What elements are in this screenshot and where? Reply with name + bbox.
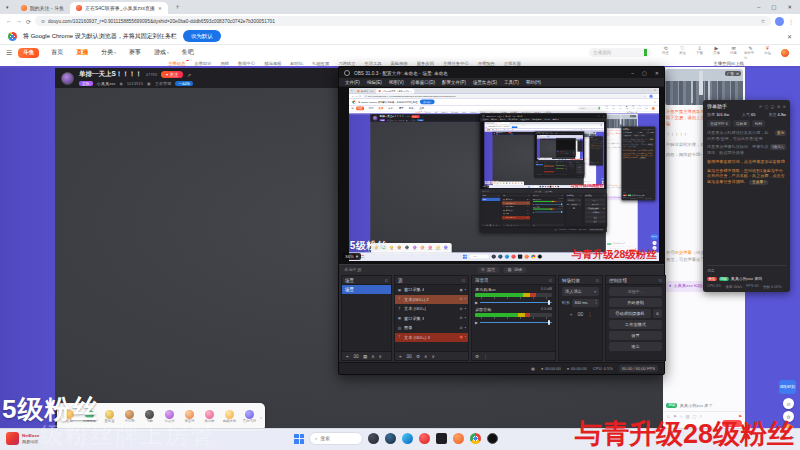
new-tab-button[interactable]: ＋ xyxy=(174,2,181,12)
virtual-camera-button[interactable]: 启动虚拟摄像机 xyxy=(609,309,651,318)
obs-preview-area[interactable]: ▾ 我的关注 - 斗鱼 正在S4C联赛事_小臭臭zxx直播 ✕ ＋ – ▢ ✕ … xyxy=(535,135,584,161)
nav-live-active[interactable]: 直播 xyxy=(496,129,498,130)
chat-top-ad[interactable]: 广告✕ xyxy=(584,132,596,137)
subnav-item[interactable]: 刀塔防卫 xyxy=(480,111,487,113)
go-live-link[interactable]: ▶开播 xyxy=(591,128,593,130)
source-row[interactable]: T文本 (GDI+)⊘▪ xyxy=(560,152,564,153)
stream-category[interactable]: 王者荣耀 xyxy=(155,81,172,86)
virtual-camera-gear-icon[interactable]: ⚙ xyxy=(575,152,576,153)
mixer-kebab-icon[interactable]: ⋮ xyxy=(536,224,538,226)
tray-chevron-icon[interactable]: ∧ xyxy=(648,255,649,257)
popout-icon[interactable]: ▢ xyxy=(645,128,646,130)
highlight-clip-button[interactable]: 精彩时刻 xyxy=(601,178,604,180)
gift-item[interactable]: 红包 xyxy=(372,246,379,251)
filters-button[interactable]: ▦滤镜 xyxy=(544,190,553,192)
subnav-item[interactable]: 开播预告 xyxy=(534,111,541,113)
subnav-item[interactable]: 正版客服 xyxy=(560,131,563,132)
fan-welcome-button[interactable]: 欢迎 xyxy=(593,164,595,165)
ad-close-icon[interactable]: ✕ xyxy=(634,115,635,117)
obs-app-icon[interactable] xyxy=(487,433,498,444)
nav-yuba[interactable]: 鱼吧 xyxy=(419,106,424,109)
activity-redpacket-icon[interactable] xyxy=(582,159,583,160)
gift-item[interactable]: 红包 xyxy=(493,182,496,184)
reload-icon[interactable]: ⟳ xyxy=(488,124,489,125)
nav-games[interactable]: 游戏▾ xyxy=(507,129,509,130)
virtual-camera-gear-icon[interactable]: ⚙ xyxy=(602,207,605,210)
gift-item[interactable]: 荧光棒 xyxy=(427,246,434,251)
gift-item[interactable]: 飞吻 xyxy=(545,158,546,159)
nav-games[interactable]: 游戏▾ xyxy=(409,106,415,109)
star-icon[interactable]: ☆ xyxy=(586,183,587,184)
highlight-clip-button[interactable]: 精彩时刻 xyxy=(779,380,796,394)
preview-zoom-chip[interactable]: 36%▾ xyxy=(536,159,539,160)
studio-mode-button[interactable]: 工作室模式 xyxy=(585,211,606,214)
add-source-icon[interactable]: ＋ xyxy=(398,354,403,359)
subnav-item[interactable]: 服务房间 xyxy=(547,131,550,132)
follow-link[interactable]: ♡关注 xyxy=(586,128,588,130)
firefox-icon[interactable] xyxy=(552,186,554,188)
nav-home[interactable]: 首页 xyxy=(51,48,63,57)
browser-tab-1[interactable]: 我的关注 - 斗鱼 xyxy=(537,135,540,136)
gear-icon[interactable]: ⚙ xyxy=(777,104,780,109)
remove-source-icon[interactable]: ⌧ xyxy=(545,174,546,175)
visibility-eye-icon[interactable]: ◉ xyxy=(527,217,528,219)
speaker-icon[interactable]: ▶ xyxy=(533,203,534,205)
dock-popout-icon[interactable]: ⊡ xyxy=(562,195,563,197)
obs-preview-area[interactable]: 36%▾ xyxy=(556,140,575,150)
gift-more-icon[interactable]: › xyxy=(260,414,262,420)
streaming-connecting-button[interactable]: 连接中... xyxy=(572,151,575,152)
browser-menu-kebab-icon[interactable]: ⋮ xyxy=(603,124,604,125)
recharge-link[interactable]: ¥充值 xyxy=(599,128,601,130)
nav-yuba[interactable]: 鱼吧 xyxy=(512,129,514,130)
obs-title-bar[interactable]: OBS 31.0.3 - 配置文件: 未命名 - 场景: 未命名 – ▢ ✕ xyxy=(480,114,606,118)
chrome-icon[interactable] xyxy=(470,433,481,444)
set-default-button[interactable]: 设为默认 xyxy=(183,30,221,42)
advanced-audio-icon[interactable]: ⚙ xyxy=(533,224,535,226)
subnav-item[interactable]: 生活工具 xyxy=(539,131,542,132)
streamer-avatar[interactable] xyxy=(61,72,74,85)
creator-center-link[interactable]: ✎创作中心 xyxy=(744,45,757,60)
source-row[interactable]: ▣窗口采集 4◉▪ xyxy=(395,285,468,295)
settings-circle-button[interactable]: ⚙ xyxy=(602,183,604,185)
reload-icon[interactable]: ⟳ xyxy=(26,18,31,25)
advanced-audio-icon[interactable]: ⚙ xyxy=(475,354,479,359)
menu-profile[interactable]: 配置文件(P) xyxy=(442,80,466,85)
site-search-input[interactable]: 主播房间 ⌕ xyxy=(589,48,651,57)
netease-music-icon[interactable] xyxy=(561,159,562,160)
scene-grid-icon[interactable]: ▦ xyxy=(490,224,492,226)
chat-top-ad[interactable]: 广告✕ xyxy=(607,115,637,129)
helper-tab[interactable]: 钻粉 xyxy=(752,120,765,127)
menu-view[interactable]: 视图(V) xyxy=(500,119,506,121)
start-recording-button[interactable]: 开始录制 xyxy=(609,298,662,307)
source-row[interactable]: T文本 (GDI+)⊘▪ xyxy=(395,304,468,314)
share-icon[interactable]: ⇗ xyxy=(422,116,424,118)
nav-games[interactable]: 游戏▾ xyxy=(154,48,169,57)
stream-tag[interactable]: 一起玩 xyxy=(511,134,514,135)
gift-item[interactable]: 至尊宝 xyxy=(499,182,502,184)
highlight-clip-button[interactable]: 精彩时刻 xyxy=(582,156,583,157)
messages-link[interactable]: ✉消息 xyxy=(593,128,595,130)
source-row[interactable]: T文本(GDI+) 2⊘▪ xyxy=(395,295,468,305)
popout-icon[interactable]: ▢ xyxy=(599,137,600,138)
properties-button[interactable]: ⚙属性 xyxy=(477,267,499,273)
profile-avatar[interactable] xyxy=(582,136,583,137)
gift-item[interactable]: 超级火箭 xyxy=(549,158,550,159)
query-button[interactable]: 查询 xyxy=(601,141,603,142)
gift-item[interactable]: 至尊宝 xyxy=(542,158,543,159)
feedback-circle-button[interactable]: ⊘ xyxy=(652,241,656,245)
subnav-item[interactable]: 直播回放 xyxy=(194,61,211,66)
lock-icon[interactable]: ▪ xyxy=(529,199,530,201)
subnav-item[interactable]: 服务房间 xyxy=(417,61,434,66)
subnav-item[interactable]: 正版客服 xyxy=(504,61,521,66)
scene-item-selected[interactable]: 场景 xyxy=(482,198,501,201)
subnav-item[interactable]: 刀塔防卫 xyxy=(338,61,355,66)
dock-popout-icon[interactable]: ⊡ xyxy=(498,195,499,197)
advanced-audio-icon[interactable]: ⚙ xyxy=(556,174,557,175)
menu-help[interactable]: 帮助(H) xyxy=(553,119,559,121)
gift-item[interactable]: 礼物预览 xyxy=(380,246,387,251)
add-scene-icon[interactable]: ＋ xyxy=(345,354,350,359)
lock-icon[interactable]: ▪ xyxy=(465,316,466,320)
browser-menu-kebab-icon[interactable]: ⋮ xyxy=(788,18,794,25)
stream-tag[interactable]: 一起玩 xyxy=(417,119,424,121)
duration-spinner[interactable]: 300 ms∧∨ xyxy=(572,299,599,307)
